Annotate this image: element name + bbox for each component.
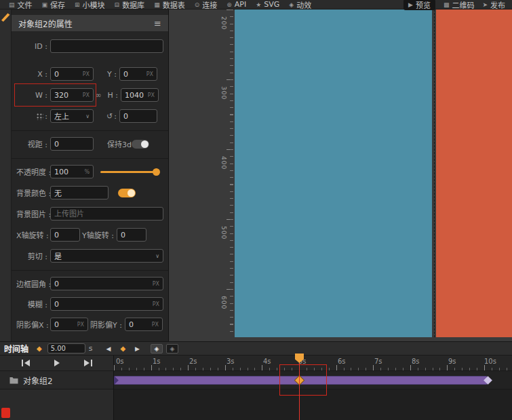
- timeline-panel: 时间轴 ◆ s ◀ ◆ ▶ ◈ ◈ 对象组2 0s: [0, 341, 512, 420]
- qrcode-button[interactable]: ▩ 二维码: [444, 0, 475, 10]
- shadow-x-unit: PX: [77, 322, 84, 328]
- toolbar-item-motion[interactable]: ◈ 动效: [289, 0, 311, 10]
- bar-shape: [22, 360, 23, 366]
- toolbar-item-datatable[interactable]: ▦ 数据表: [154, 0, 185, 10]
- step-back-button[interactable]: [22, 360, 30, 366]
- bar-shape: [91, 360, 92, 366]
- canvas-object-orange[interactable]: [436, 9, 512, 337]
- blur-label: 模糊 :: [16, 299, 47, 309]
- bg-color-input[interactable]: [54, 189, 104, 197]
- left-tool-strip: [0, 9, 12, 341]
- perspective-input[interactable]: [54, 140, 90, 149]
- properties-panel: 对象组2的属性 ≡ ID : X : PX Y : PX: [12, 9, 169, 341]
- duration-input[interactable]: [51, 345, 82, 352]
- api-icon: ⊛: [227, 1, 232, 8]
- shadow-y-input[interactable]: [129, 320, 151, 329]
- toolbar-label: 连接: [202, 0, 217, 10]
- blur-input-box: PX: [50, 297, 163, 311]
- timeline-ruler[interactable]: 0s 1s 2s 3s 4s 5s 6s 7s 8s 9s 10s: [114, 356, 512, 371]
- publish-label: 发布: [490, 0, 505, 10]
- blur-input[interactable]: [54, 300, 151, 309]
- prev-keyframe-button[interactable]: ◀: [106, 345, 111, 352]
- anchor-select[interactable]: 左上 ∨: [50, 109, 94, 123]
- rotation-input-box: [119, 109, 157, 123]
- triangle-right-shape: [84, 360, 90, 366]
- width-input-box: PX: [50, 88, 94, 102]
- canvas-object-teal[interactable]: [235, 9, 432, 337]
- rot-y-input[interactable]: [121, 231, 142, 240]
- opacity-unit: %: [84, 169, 90, 175]
- x-input[interactable]: [54, 70, 81, 79]
- signal-icon: ⊙: [195, 1, 200, 8]
- triangle-left-shape: [24, 360, 30, 366]
- bg-color-toggle[interactable]: [118, 189, 136, 197]
- position-row: X : PX Y : PX: [12, 66, 168, 81]
- publish-button[interactable]: ➤ 发布: [482, 0, 505, 10]
- width-input[interactable]: [54, 91, 81, 100]
- transport-controls: [0, 356, 113, 371]
- x-unit: PX: [83, 71, 90, 77]
- rot-x-input[interactable]: [54, 231, 76, 240]
- height-input[interactable]: [125, 91, 146, 100]
- stage-boundary-dashed-line: [434, 9, 435, 337]
- timeline-track: [114, 371, 512, 389]
- database-icon: ⊟: [115, 1, 120, 8]
- shadow-x-input[interactable]: [54, 320, 76, 329]
- opacity-slider[interactable]: [100, 171, 159, 173]
- rot-x-label: X轴旋转 :: [16, 229, 47, 240]
- toolbar-item-connect[interactable]: ⊙ 连接: [195, 0, 218, 10]
- keep3d-toggle[interactable]: [132, 140, 149, 149]
- width-highlight-box: W : PX: [16, 88, 94, 102]
- preview-button[interactable]: ▶ 预览: [403, 0, 435, 10]
- track-label[interactable]: 对象组2: [0, 371, 113, 389]
- step-forward-button[interactable]: [84, 360, 92, 366]
- id-input[interactable]: [54, 42, 159, 51]
- toolbar-item-modules[interactable]: ⊞ 小模块: [75, 0, 105, 10]
- ruler-label: 6s: [338, 358, 346, 365]
- shadow-x-input-box: PX: [50, 318, 88, 331]
- toolbar-label: 数据库: [122, 0, 144, 10]
- keyframe-mode-button[interactable]: ◈: [151, 344, 163, 354]
- x-label: X :: [16, 70, 47, 79]
- toolbar-actions: ▶ 预览 ▩ 二维码 ➤ 发布: [403, 0, 505, 10]
- keyframe-diamond-icon: ◆: [37, 345, 42, 352]
- toolbar-item-api[interactable]: ⊛ API: [227, 0, 246, 9]
- size-row: W : PX ∞ H : PX: [12, 88, 168, 102]
- slider-knob[interactable]: [153, 168, 160, 176]
- link-dimensions-icon[interactable]: ∞: [94, 91, 103, 100]
- pen-tool-icon[interactable]: [1, 13, 10, 22]
- play-icon: ▶: [408, 1, 413, 8]
- bg-color-label: 背景颜色 :: [16, 187, 47, 198]
- border-radius-unit: PX: [153, 281, 159, 287]
- shadow-x-label: 阴影偏X :: [16, 319, 47, 330]
- save-icon: ▣: [42, 1, 48, 8]
- play-button[interactable]: [54, 360, 60, 366]
- next-keyframe-button[interactable]: ▶: [135, 345, 140, 352]
- border-radius-input[interactable]: [54, 280, 151, 288]
- opacity-input[interactable]: [54, 168, 83, 176]
- toolbar-item-database[interactable]: ⊟ 数据库: [115, 0, 145, 10]
- clip-label: 剪切 :: [16, 250, 47, 261]
- toolbar-item-file[interactable]: ▤ 文件: [9, 0, 33, 10]
- bg-image-upload-input[interactable]: [54, 210, 159, 218]
- rotation-label: ↺:: [94, 112, 117, 121]
- y-label: Y :: [94, 70, 117, 79]
- clip-select[interactable]: 是 ∨: [50, 249, 163, 263]
- ruler-label: 2s: [189, 358, 197, 365]
- timeline-left-column: 对象组2: [0, 356, 114, 420]
- blur-unit: PX: [153, 301, 159, 307]
- menu-icon[interactable]: ≡: [154, 18, 161, 28]
- logo-badge[interactable]: [1, 408, 10, 418]
- insert-keyframe-button[interactable]: ◆: [120, 345, 125, 352]
- divider: [12, 158, 168, 159]
- canvas-area: 200 300 400 500 600: [169, 9, 512, 341]
- properties-header: 对象组2的属性 ≡: [12, 15, 168, 31]
- keyframe-mode-alt-button[interactable]: ◈: [166, 344, 178, 354]
- toolbar-item-svg[interactable]: ★ SVG: [256, 0, 279, 9]
- opacity-row: 不透明度 : %: [12, 164, 168, 179]
- toolbar-item-save[interactable]: ▣ 保存: [42, 0, 66, 10]
- y-input[interactable]: [123, 70, 145, 79]
- ruler-label: 9s: [448, 358, 456, 365]
- rotation-input[interactable]: [123, 112, 153, 121]
- toolbar-label: 小模块: [83, 0, 105, 10]
